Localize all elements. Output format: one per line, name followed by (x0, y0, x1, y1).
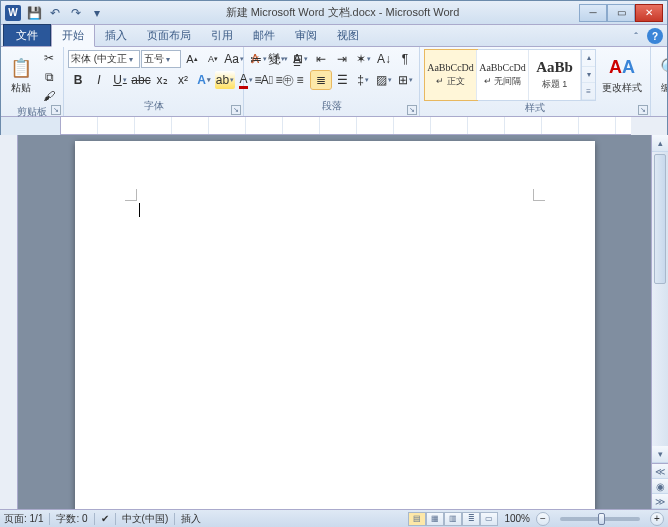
font-name-combo[interactable]: 宋体 (中文正▾ (68, 50, 140, 68)
tab-layout[interactable]: 页面布局 (137, 25, 201, 46)
line-spacing-button[interactable]: ‡ (353, 71, 373, 89)
scroll-track[interactable] (652, 152, 668, 446)
copy-button[interactable]: ⧉ (39, 68, 59, 86)
zoom-in-button[interactable]: + (650, 512, 664, 526)
status-bar: 页面: 1/1 字数: 0 ✔ 中文(中国) 插入 ▤ ▦ ▥ ≣ ▭ 100%… (0, 509, 668, 527)
superscript-button[interactable]: x² (173, 71, 193, 89)
borders-button[interactable]: ⊞ (395, 71, 415, 89)
justify-button[interactable]: ≣ (311, 71, 331, 89)
sort-button[interactable]: A↓ (374, 50, 394, 68)
document-scroll[interactable] (18, 135, 651, 509)
change-styles-icon: AA (610, 56, 634, 80)
vertical-ruler[interactable] (0, 135, 18, 509)
minimize-button[interactable]: ─ (579, 4, 607, 22)
margin-mark-tl (125, 189, 137, 201)
zoom-out-button[interactable]: − (536, 512, 550, 526)
styles-launcher[interactable]: ↘ (638, 105, 648, 115)
zoom-level[interactable]: 100% (504, 513, 530, 524)
view-fullscreen[interactable]: ▦ (426, 512, 444, 526)
zoom-thumb[interactable] (598, 513, 605, 525)
multilevel-button[interactable]: ⊟ (290, 50, 310, 68)
scroll-down-button[interactable]: ▾ (652, 446, 668, 463)
tab-view[interactable]: 视图 (327, 25, 369, 46)
underline-button[interactable]: U (110, 71, 130, 89)
status-language[interactable]: 中文(中国) (122, 512, 169, 526)
tab-mail[interactable]: 邮件 (243, 25, 285, 46)
asian-layout-button[interactable]: ✶ (353, 50, 373, 68)
save-button[interactable]: 💾 (25, 4, 43, 22)
editing-group-label (655, 102, 668, 114)
style-preview: AaBbCcDd (427, 62, 474, 73)
maximize-button[interactable]: ▭ (607, 4, 635, 22)
styles-group-label: 样式 (424, 101, 646, 116)
subscript-button[interactable]: x₂ (152, 71, 172, 89)
qat-more-button[interactable]: ▾ (88, 4, 106, 22)
close-button[interactable]: ✕ (635, 4, 663, 22)
paragraph-launcher[interactable]: ↘ (407, 105, 417, 115)
gallery-down-button[interactable]: ▾ (582, 67, 595, 84)
window-controls: ─ ▭ ✕ (579, 4, 663, 22)
browse-object-button[interactable]: ◉ (652, 479, 668, 494)
distribute-button[interactable]: ☰ (332, 71, 352, 89)
status-words[interactable]: 字数: 0 (56, 512, 87, 526)
text-effects-button[interactable]: A (194, 71, 214, 89)
file-tab[interactable]: 文件 (3, 24, 51, 46)
scroll-up-button[interactable]: ▴ (652, 135, 668, 152)
change-styles-button[interactable]: AA 更改样式 (598, 49, 646, 101)
view-outline[interactable]: ≣ (462, 512, 480, 526)
align-center-button[interactable]: ≡ (269, 71, 289, 89)
next-page-button[interactable]: ≫ (652, 494, 668, 509)
find-button[interactable]: 🔍 编辑 (655, 49, 668, 101)
increase-indent-button[interactable]: ⇥ (332, 50, 352, 68)
group-styles: AaBbCcDd ↵ 正文 AaBbCcDd ↵ 无间隔 AaBb 标题 1 ▴… (420, 47, 651, 116)
style-item-normal[interactable]: AaBbCcDd ↵ 正文 (425, 50, 477, 100)
bold-button[interactable]: B (68, 71, 88, 89)
cut-button[interactable]: ✂ (39, 49, 59, 67)
group-font: 宋体 (中文正▾ 五号▾ A▴ A▾ Aa A̷ 變 A̲ B I U abc … (64, 47, 244, 116)
vertical-scrollbar[interactable]: ▴ ▾ ≪ ◉ ≫ (651, 135, 668, 509)
scroll-thumb[interactable] (654, 154, 666, 284)
bullets-button[interactable]: ≔ (248, 50, 268, 68)
show-marks-button[interactable]: ¶ (395, 50, 415, 68)
tab-home[interactable]: 开始 (51, 24, 95, 47)
numbering-button[interactable]: ⒈ (269, 50, 289, 68)
tab-references[interactable]: 引用 (201, 25, 243, 46)
gallery-nav: ▴ ▾ ≡ (581, 50, 595, 100)
margin-mark-tr (533, 189, 545, 201)
help-icon[interactable]: ? (647, 28, 663, 44)
redo-button[interactable]: ↷ (67, 4, 85, 22)
clipboard-launcher[interactable]: ↘ (51, 105, 61, 115)
view-web[interactable]: ▥ (444, 512, 462, 526)
grow-font-button[interactable]: A▴ (182, 50, 202, 68)
highlight-button[interactable]: ab (215, 71, 235, 89)
align-right-button[interactable]: ≡ (290, 71, 310, 89)
status-spellcheck-icon[interactable]: ✔ (101, 513, 109, 524)
paste-button[interactable]: 📋 粘贴 (5, 49, 37, 101)
align-left-button[interactable]: ≡ (248, 71, 268, 89)
shading-button[interactable]: ▨ (374, 71, 394, 89)
prev-page-button[interactable]: ≪ (652, 464, 668, 479)
tab-insert[interactable]: 插入 (95, 25, 137, 46)
decrease-indent-button[interactable]: ⇤ (311, 50, 331, 68)
status-insert-mode[interactable]: 插入 (181, 512, 201, 526)
zoom-slider[interactable] (560, 517, 640, 521)
tab-review[interactable]: 审阅 (285, 25, 327, 46)
format-painter-button[interactable]: 🖌 (39, 87, 59, 105)
change-case-button[interactable]: Aa (224, 50, 244, 68)
gallery-more-button[interactable]: ≡ (582, 83, 595, 100)
font-launcher[interactable]: ↘ (231, 105, 241, 115)
horizontal-ruler[interactable] (61, 117, 631, 135)
view-print-layout[interactable]: ▤ (408, 512, 426, 526)
view-draft[interactable]: ▭ (480, 512, 498, 526)
strike-button[interactable]: abc (131, 71, 151, 89)
page[interactable] (75, 141, 595, 509)
style-item-heading1[interactable]: AaBb 标题 1 (529, 50, 581, 100)
minimize-ribbon-button[interactable]: ˆ (629, 30, 643, 44)
shrink-font-button[interactable]: A▾ (203, 50, 223, 68)
style-item-nospacing[interactable]: AaBbCcDd ↵ 无间隔 (477, 50, 529, 100)
font-size-combo[interactable]: 五号▾ (141, 50, 181, 68)
gallery-up-button[interactable]: ▴ (582, 50, 595, 67)
undo-button[interactable]: ↶ (46, 4, 64, 22)
status-page[interactable]: 页面: 1/1 (4, 512, 43, 526)
italic-button[interactable]: I (89, 71, 109, 89)
